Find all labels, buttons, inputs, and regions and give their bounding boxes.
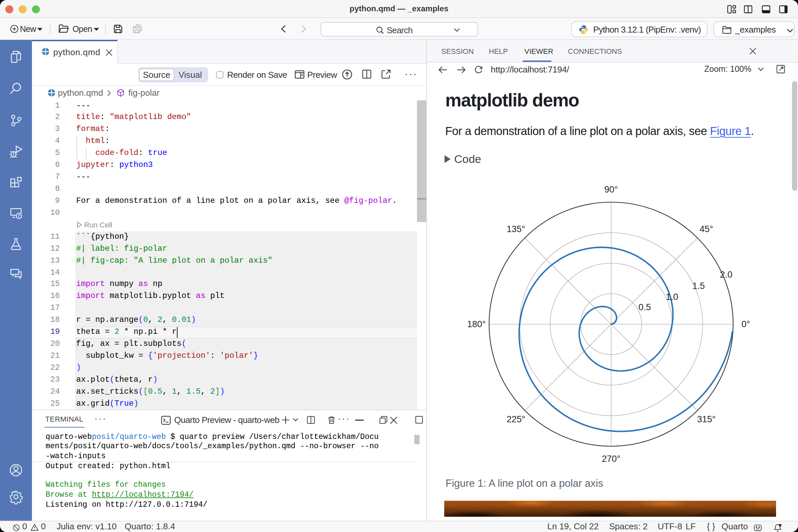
- svg-text:45°: 45°: [700, 224, 713, 234]
- svg-text:90°: 90°: [605, 185, 618, 194]
- svg-text:1.5: 1.5: [692, 281, 705, 291]
- svg-text:0°: 0°: [741, 319, 750, 329]
- svg-text:270°: 270°: [602, 454, 621, 464]
- svg-text:2.0: 2.0: [720, 270, 733, 280]
- svg-text:315°: 315°: [697, 414, 716, 424]
- svg-text:0.5: 0.5: [639, 302, 651, 312]
- svg-text:1.0: 1.0: [666, 292, 678, 302]
- svg-text:180°: 180°: [467, 319, 486, 329]
- svg-text:135°: 135°: [507, 224, 525, 234]
- svg-text:225°: 225°: [507, 414, 525, 424]
